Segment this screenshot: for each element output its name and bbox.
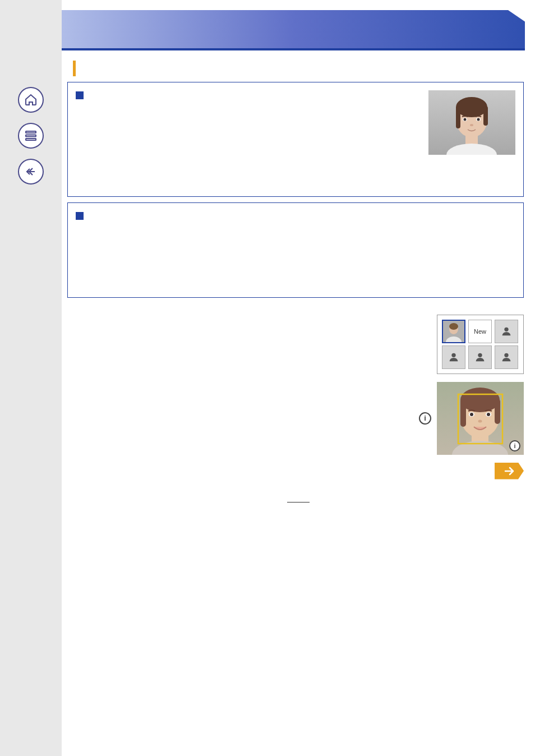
face-grid: New xyxy=(442,320,519,369)
face-cell-4[interactable] xyxy=(442,345,465,369)
lower-line4 xyxy=(67,351,69,358)
svg-rect-0 xyxy=(26,131,36,133)
sidebar xyxy=(0,0,62,756)
lower-line5 xyxy=(67,362,69,370)
svg-rect-29 xyxy=(460,399,466,427)
box1-line2 xyxy=(89,102,91,110)
svg-point-22 xyxy=(478,353,482,357)
face-cell-3[interactable] xyxy=(495,320,518,343)
section-heading xyxy=(62,50,535,82)
back-button[interactable] xyxy=(18,159,44,185)
svg-point-23 xyxy=(504,353,508,357)
lower-line6 xyxy=(67,373,69,381)
svg-point-33 xyxy=(470,413,473,416)
box2-line3 xyxy=(89,233,91,241)
svg-rect-30 xyxy=(495,399,500,424)
svg-point-14 xyxy=(477,118,480,121)
lower-right: New xyxy=(419,315,524,480)
svg-point-15 xyxy=(470,124,473,126)
main-content: New xyxy=(62,0,535,756)
content-box-2 xyxy=(67,202,524,298)
home-button[interactable] xyxy=(18,87,44,113)
face-panel: New xyxy=(437,315,524,374)
face-cell-6[interactable] xyxy=(495,345,518,369)
bottom-line xyxy=(287,502,310,503)
info-icon-right[interactable]: i xyxy=(509,440,520,451)
svg-point-21 xyxy=(451,353,455,357)
box1-blue-square xyxy=(76,91,84,99)
svg-point-20 xyxy=(504,327,508,331)
menu-button[interactable] xyxy=(18,123,44,149)
content-box-1 xyxy=(67,82,524,197)
face-cell-5[interactable] xyxy=(468,345,492,369)
box1-line3 xyxy=(89,113,91,121)
lower-section: New xyxy=(62,303,535,485)
face-cell-new[interactable]: New xyxy=(468,320,492,343)
svg-point-35 xyxy=(478,420,482,422)
box2-line4 xyxy=(89,244,91,252)
box2-line1 xyxy=(89,212,91,220)
face-cell-photo[interactable] xyxy=(442,320,465,343)
box1-line1 xyxy=(89,91,91,99)
svg-point-8 xyxy=(456,97,487,117)
svg-point-13 xyxy=(464,118,467,121)
svg-point-34 xyxy=(487,413,490,416)
svg-rect-1 xyxy=(26,135,36,137)
page-wrapper: New xyxy=(0,0,535,756)
svg-rect-2 xyxy=(26,139,36,140)
person-portrait xyxy=(428,90,515,155)
bottom-area xyxy=(62,485,535,519)
lower-line3 xyxy=(67,339,69,347)
face-preview: i xyxy=(437,382,524,455)
face-preview-wrapper: i xyxy=(419,382,524,455)
box2-header xyxy=(76,211,515,254)
section-heading-bar xyxy=(73,61,76,76)
box2-text xyxy=(89,211,515,254)
box2-line2 xyxy=(89,223,91,231)
svg-rect-9 xyxy=(456,106,460,128)
svg-rect-10 xyxy=(483,106,488,126)
new-label: New xyxy=(474,328,486,335)
lower-line1 xyxy=(67,316,69,324)
next-button[interactable] xyxy=(495,463,524,480)
box2-blue-square xyxy=(76,212,84,220)
info-icon-left[interactable]: i xyxy=(419,412,431,425)
lower-text-area xyxy=(67,315,408,383)
header-banner xyxy=(62,10,525,48)
svg-point-18 xyxy=(449,323,458,330)
svg-point-28 xyxy=(460,388,500,412)
lower-line2 xyxy=(67,328,69,335)
box1-line4 xyxy=(89,124,91,132)
box1-image xyxy=(428,90,515,155)
content-area xyxy=(62,82,535,298)
